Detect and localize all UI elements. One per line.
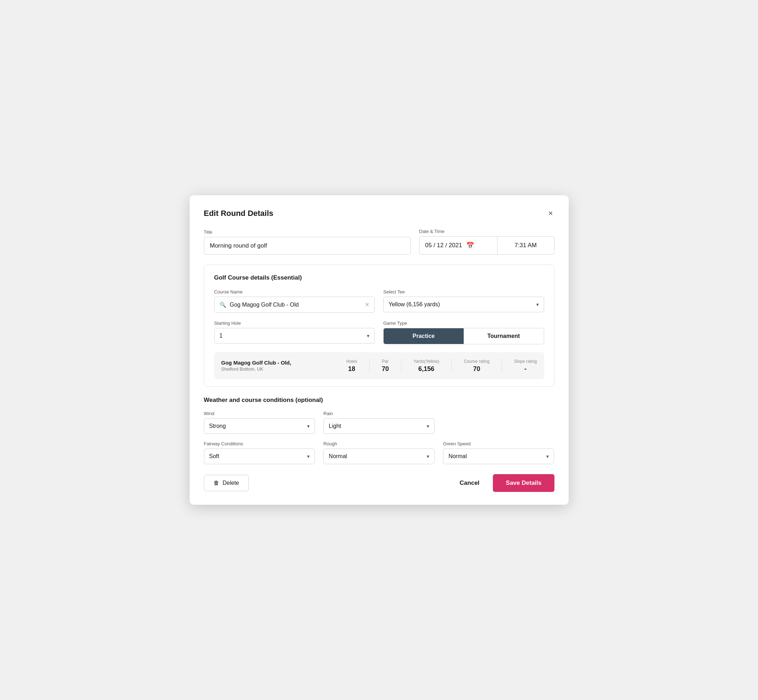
green-speed-value: Normal: [448, 453, 467, 459]
footer-row: 🗑 Delete Cancel Save Details: [204, 474, 554, 492]
slope-rating-stat: Slope rating -: [514, 359, 537, 373]
wind-value: Strong: [209, 423, 226, 429]
course-name-label: Course Name: [214, 289, 375, 295]
holes-label: Holes: [346, 359, 357, 364]
yards-stat: Yards(Yellow) 6,156: [413, 359, 440, 373]
rough-group: Rough Normal ▾: [324, 441, 434, 464]
par-stat: Par 70: [382, 359, 389, 373]
fairway-value: Soft: [209, 453, 219, 459]
chevron-down-icon-5: ▾: [307, 453, 310, 459]
course-name-group: Course Name 🔍 Gog Magog Golf Club - Old …: [214, 289, 375, 312]
green-speed-group: Green Speed Normal ▾: [443, 441, 554, 464]
rough-value: Normal: [329, 453, 347, 459]
course-rating-value: 70: [473, 365, 480, 373]
slope-rating-label: Slope rating: [514, 359, 537, 364]
save-button[interactable]: Save Details: [493, 474, 554, 492]
datetime-field-group: Date & Time 05 / 12 / 2021 📅 7:31 AM: [419, 229, 554, 255]
datetime-label: Date & Time: [419, 229, 554, 234]
holes-stat: Holes 18: [346, 359, 357, 373]
course-info-name: Gog Magog Golf Club - Old, Shelford Bott…: [221, 359, 335, 372]
fairway-dropdown[interactable]: Soft ▾: [204, 448, 315, 464]
course-name-sub: Shelford Bottom, UK: [221, 366, 335, 372]
yards-value: 6,156: [418, 365, 434, 373]
edit-round-modal: Edit Round Details × Title Date & Time 0…: [190, 195, 568, 505]
title-field-group: Title: [204, 230, 411, 255]
holes-value: 18: [348, 365, 355, 373]
fairway-group: Fairway Conditions Soft ▾: [204, 441, 315, 464]
top-row: Title Date & Time 05 / 12 / 2021 📅 7:31 …: [204, 229, 554, 255]
wind-group: Wind Strong ▾: [204, 411, 315, 434]
datetime-group: 05 / 12 / 2021 📅 7:31 AM: [419, 236, 554, 255]
rough-dropdown[interactable]: Normal ▾: [324, 448, 434, 464]
course-rating-label: Course rating: [464, 359, 489, 364]
chevron-down-icon: ▾: [536, 302, 539, 307]
close-button[interactable]: ×: [547, 208, 554, 219]
game-type-toggle: Practice Tournament: [383, 328, 544, 344]
green-speed-dropdown[interactable]: Normal ▾: [443, 448, 554, 464]
select-tee-group: Select Tee Yellow (6,156 yards) ▾: [383, 289, 544, 312]
yards-label: Yards(Yellow): [413, 359, 440, 364]
wind-dropdown[interactable]: Strong ▾: [204, 418, 315, 434]
fairway-label: Fairway Conditions: [204, 441, 315, 446]
course-name-main: Gog Magog Golf Club - Old,: [221, 359, 335, 366]
course-row-2: Starting Hole 1 ▾ Game Type Practice Tou…: [214, 320, 544, 344]
starting-hole-dropdown[interactable]: 1 ▾: [214, 328, 375, 344]
course-name-value: Gog Magog Golf Club - Old: [230, 302, 362, 308]
title-input[interactable]: [204, 237, 411, 255]
date-value: 05 / 12 / 2021: [425, 242, 462, 249]
golf-course-section: Golf Course details (Essential) Course N…: [204, 265, 554, 387]
title-label: Title: [204, 230, 411, 235]
starting-hole-label: Starting Hole: [214, 320, 375, 326]
game-type-label: Game Type: [383, 320, 544, 326]
delete-label: Delete: [223, 480, 239, 486]
rain-dropdown[interactable]: Light ▾: [324, 418, 434, 434]
weather-section: Weather and course conditions (optional)…: [204, 397, 554, 464]
practice-button[interactable]: Practice: [384, 328, 464, 344]
slope-rating-value: -: [524, 365, 526, 373]
footer-right: Cancel Save Details: [456, 474, 554, 492]
select-tee-label: Select Tee: [383, 289, 544, 295]
par-label: Par: [382, 359, 388, 364]
weather-title: Weather and course conditions (optional): [204, 397, 554, 404]
green-speed-label: Green Speed: [443, 441, 554, 446]
course-rating-stat: Course rating 70: [464, 359, 489, 373]
date-input[interactable]: 05 / 12 / 2021 📅: [419, 236, 498, 255]
golf-course-title: Golf Course details (Essential): [214, 274, 544, 281]
course-info-bar: Gog Magog Golf Club - Old, Shelford Bott…: [214, 352, 544, 379]
modal-title: Edit Round Details: [204, 209, 274, 218]
starting-hole-value: 1: [219, 333, 223, 339]
weather-row-1: Wind Strong ▾ Rain Light ▾: [204, 411, 554, 434]
game-type-group: Game Type Practice Tournament: [383, 320, 544, 344]
rain-value: Light: [329, 423, 341, 429]
tournament-button[interactable]: Tournament: [464, 328, 544, 344]
select-tee-value: Yellow (6,156 yards): [388, 301, 440, 308]
weather-row-2: Fairway Conditions Soft ▾ Rough Normal ▾…: [204, 441, 554, 464]
chevron-down-icon-4: ▾: [427, 423, 429, 429]
course-name-input[interactable]: 🔍 Gog Magog Golf Club - Old ✕: [214, 297, 375, 312]
trash-icon: 🗑: [213, 480, 219, 486]
course-row-1: Course Name 🔍 Gog Magog Golf Club - Old …: [214, 289, 544, 312]
search-icon: 🔍: [219, 302, 226, 308]
rain-group: Rain Light ▾: [324, 411, 434, 434]
par-value: 70: [382, 365, 389, 373]
chevron-down-icon-3: ▾: [307, 423, 310, 429]
chevron-down-icon-7: ▾: [546, 453, 549, 459]
clear-icon[interactable]: ✕: [365, 301, 370, 308]
time-input[interactable]: 7:31 AM: [498, 236, 554, 255]
starting-hole-group: Starting Hole 1 ▾: [214, 320, 375, 344]
rain-label: Rain: [324, 411, 434, 416]
chevron-down-icon-6: ▾: [427, 453, 429, 459]
chevron-down-icon-2: ▾: [367, 333, 370, 339]
time-value: 7:31 AM: [515, 242, 537, 249]
rough-label: Rough: [324, 441, 434, 446]
delete-button[interactable]: 🗑 Delete: [204, 475, 249, 491]
wind-label: Wind: [204, 411, 315, 416]
select-tee-dropdown[interactable]: Yellow (6,156 yards) ▾: [383, 297, 544, 312]
cancel-button[interactable]: Cancel: [456, 476, 483, 490]
modal-header: Edit Round Details ×: [204, 208, 554, 219]
calendar-icon: 📅: [466, 242, 474, 249]
